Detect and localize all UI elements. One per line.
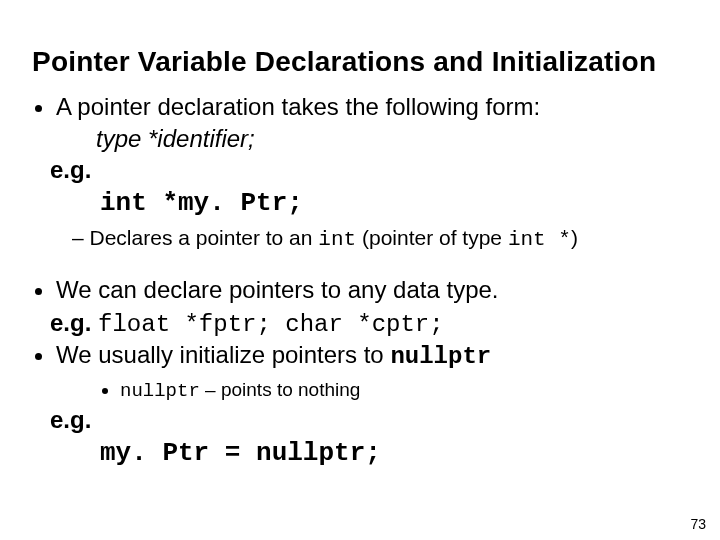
bullet3-code: nullptr	[390, 343, 491, 370]
bullet-list-3: We usually initialize pointers to nullpt…	[56, 340, 688, 372]
subsub-code: nullptr	[120, 380, 200, 402]
example-label-1: e.g.	[50, 156, 688, 184]
example-label-2: e.g.	[50, 309, 98, 336]
bullet-item-3: We usually initialize pointers to nullpt…	[56, 340, 688, 372]
sub-sub-bullet-list: nullptr – points to nothing	[120, 378, 688, 404]
sub-bullet-list-1: Declares a pointer to an int (pointer of…	[72, 224, 688, 253]
sub-bullet-1: Declares a pointer to an int (pointer of…	[72, 224, 688, 253]
sub1-text-a: Declares a pointer to an	[90, 226, 319, 249]
spacer	[32, 257, 688, 275]
bullet-item-2: We can declare pointers to any data type…	[56, 275, 688, 305]
example-code-2: float *fptr; char *cptr;	[98, 311, 444, 338]
bullet-list: A pointer declaration takes the followin…	[56, 92, 688, 122]
sub1-text-c: )	[571, 226, 578, 249]
subsub-text-b: – points to nothing	[200, 379, 361, 400]
bullet-list-2: We can declare pointers to any data type…	[56, 275, 688, 305]
code-block-1: int *my. Ptr;	[100, 188, 688, 218]
slide-title: Pointer Variable Declarations and Initia…	[32, 46, 688, 78]
sub-sub-bullet-1: nullptr – points to nothing	[120, 378, 688, 404]
example-label-3: e.g.	[50, 406, 688, 434]
bullet-item-1: A pointer declaration takes the followin…	[56, 92, 688, 122]
form-line: type *identifier;	[96, 124, 688, 154]
code-block-3: my. Ptr = nullptr;	[100, 438, 688, 468]
sub1-text-b: (pointer of type	[356, 226, 508, 249]
sub1-code-2: int *	[508, 228, 571, 251]
page-number: 73	[690, 516, 706, 532]
sub1-code-1: int	[318, 228, 356, 251]
slide: Pointer Variable Declarations and Initia…	[0, 0, 720, 540]
example-line-2: e.g. float *fptr; char *cptr;	[50, 307, 688, 340]
bullet3-text-a: We usually initialize pointers to	[56, 341, 390, 368]
